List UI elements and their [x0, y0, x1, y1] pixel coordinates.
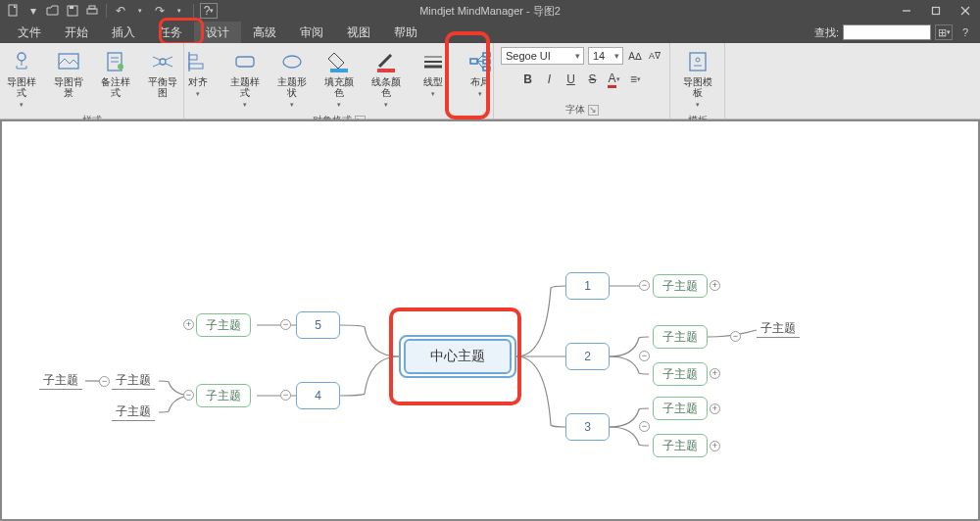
subtopic-plain[interactable]: 子主题	[112, 403, 155, 421]
branch-2[interactable]: 2	[565, 343, 610, 370]
expand-icon[interactable]: −	[183, 390, 194, 401]
ribbon: 导图样式▾ 导图背景 备注样式 平衡导图 样式 对齐▾ 主题样式▾ 主题形状▾ …	[0, 43, 980, 119]
align-text-icon[interactable]: ≡▾	[628, 71, 644, 87]
subtopic[interactable]: 子主题	[196, 313, 251, 337]
menu-view[interactable]: 视图	[335, 22, 382, 44]
expand-icon[interactable]: −	[639, 280, 650, 291]
svg-line-38	[477, 55, 483, 61]
subtopic[interactable]: 子主题	[653, 362, 708, 386]
maximize-button[interactable]	[921, 0, 951, 22]
svg-point-18	[118, 64, 123, 70]
underline-icon[interactable]: U	[564, 71, 579, 87]
svg-rect-34	[470, 59, 477, 64]
topic-shape-button[interactable]: 主题形状▾	[272, 47, 312, 112]
svg-point-9	[18, 53, 25, 61]
new-icon[interactable]	[6, 3, 22, 19]
undo-dropdown-icon[interactable]: ▾	[132, 3, 148, 19]
branch-5[interactable]: 5	[296, 311, 340, 339]
open-icon[interactable]	[45, 3, 61, 19]
help-small-icon[interactable]: ?	[956, 24, 974, 40]
dialog-launcher-icon[interactable]: ↘	[588, 105, 599, 116]
svg-rect-0	[9, 5, 17, 16]
subtopic-plain[interactable]: 子主题	[112, 372, 155, 390]
font-color-icon[interactable]: A▾	[607, 71, 622, 87]
line-color-button[interactable]: 线条颜色▾	[367, 47, 406, 112]
align-button[interactable]: 对齐▾	[178, 47, 218, 112]
collapse-icon[interactable]: +	[710, 368, 720, 379]
redo-icon[interactable]: ↷	[152, 3, 168, 19]
svg-point-28	[283, 56, 301, 68]
svg-line-20	[153, 57, 160, 60]
svg-rect-2	[70, 6, 74, 9]
shrink-font-icon[interactable]: Aᐁ	[647, 48, 662, 64]
balance-button[interactable]: 平衡导图	[143, 47, 182, 112]
line-style-button[interactable]: 线型▾	[414, 47, 453, 112]
menu-design[interactable]: 设计	[194, 22, 241, 44]
menu-review[interactable]: 审阅	[288, 22, 335, 44]
font-name-select[interactable]: Segoe UI	[501, 47, 584, 65]
grow-font-icon[interactable]: Aᐃ	[627, 48, 643, 64]
find-area: 查找: ⊞▾ ?	[814, 24, 974, 40]
canvas[interactable]: 中心主题 1 2 3 5 4 子主题 子主题 子主题 子主题 子主题 子主题 子…	[0, 119, 980, 521]
save-icon[interactable]	[65, 3, 80, 19]
close-button[interactable]	[951, 0, 980, 22]
svg-rect-30	[377, 69, 395, 72]
expand-icon[interactable]: −	[280, 390, 291, 401]
subtopic[interactable]: 子主题	[653, 434, 708, 457]
svg-rect-37	[483, 67, 490, 71]
subtopic[interactable]: 子主题	[196, 384, 251, 407]
menu-help[interactable]: 帮助	[382, 22, 429, 44]
undo-icon[interactable]: ↶	[113, 3, 128, 19]
subtopic-plain[interactable]: 子主题	[757, 320, 800, 338]
map-bg-button[interactable]: 导图背景	[49, 47, 88, 112]
expand-icon[interactable]: −	[280, 319, 291, 330]
expand-icon[interactable]: −	[639, 351, 650, 361]
quick-access-toolbar: ▾ ↶ ▾ ↷ ▾ ?▾	[0, 3, 223, 19]
branch-3[interactable]: 3	[565, 413, 610, 441]
minimize-button[interactable]	[892, 0, 921, 22]
find-label: 查找:	[814, 25, 839, 40]
group-label: 字体	[565, 103, 585, 117]
subtopic[interactable]: 子主题	[653, 397, 708, 420]
panel-toggle-icon[interactable]: ⊞▾	[935, 24, 953, 40]
branch-1[interactable]: 1	[565, 272, 610, 300]
branch-4[interactable]: 4	[296, 382, 340, 409]
print-icon[interactable]	[84, 3, 100, 19]
redo-dropdown-icon[interactable]: ▾	[172, 3, 187, 19]
svg-point-42	[696, 58, 700, 62]
topic-style-button[interactable]: 主题样式▾	[225, 47, 265, 112]
expand-icon[interactable]: −	[99, 376, 110, 387]
collapse-icon[interactable]: +	[183, 319, 194, 330]
svg-line-22	[166, 57, 172, 60]
map-template-button[interactable]: 导图模板▾	[676, 47, 718, 112]
collapse-icon[interactable]: +	[710, 441, 720, 451]
menu-advanced[interactable]: 高级	[241, 22, 288, 44]
font-size-select[interactable]: 14	[588, 47, 623, 65]
menu-insert[interactable]: 插入	[100, 22, 147, 44]
expand-icon[interactable]: −	[639, 421, 650, 432]
subtopic-plain[interactable]: 子主题	[39, 372, 82, 390]
fill-color-button[interactable]: 填充颜色▾	[319, 47, 359, 112]
svg-rect-6	[933, 8, 940, 15]
svg-rect-29	[330, 69, 348, 72]
expand-icon[interactable]: −	[730, 331, 741, 342]
svg-rect-25	[189, 64, 203, 69]
help-icon[interactable]: ?▾	[200, 3, 218, 19]
collapse-icon[interactable]: +	[710, 280, 720, 291]
center-topic[interactable]: 中心主题	[404, 339, 512, 374]
bold-icon[interactable]: B	[520, 71, 536, 87]
map-style-button[interactable]: 导图样式▾	[2, 47, 41, 112]
menu-file[interactable]: 文件	[6, 22, 53, 44]
italic-icon[interactable]: I	[542, 71, 558, 87]
new-dropdown-icon[interactable]: ▾	[25, 3, 41, 19]
menu-start[interactable]: 开始	[53, 22, 100, 44]
collapse-icon[interactable]: +	[710, 403, 720, 414]
note-style-button[interactable]: 备注样式	[96, 47, 135, 112]
find-input[interactable]	[843, 24, 931, 40]
subtopic[interactable]: 子主题	[653, 325, 708, 349]
strike-icon[interactable]: S	[585, 71, 601, 87]
svg-line-23	[166, 64, 172, 67]
menu-task[interactable]: 任务	[147, 22, 194, 44]
subtopic[interactable]: 子主题	[653, 274, 708, 298]
ribbon-group-format: 对齐▾ 主题样式▾ 主题形状▾ 填充颜色▾ 线条颜色▾ 线型▾ 布局▾ 对象格式…	[184, 43, 494, 118]
